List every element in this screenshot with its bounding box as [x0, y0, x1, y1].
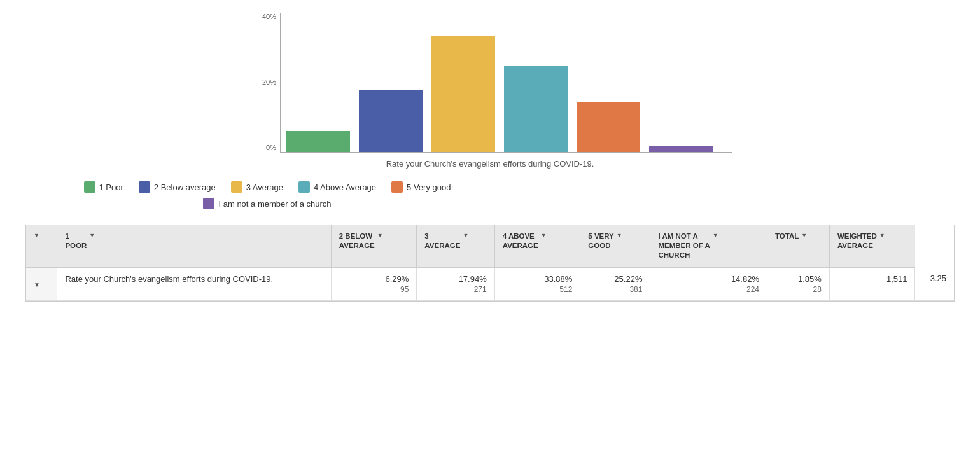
th-total-label: TOTAL [775, 232, 799, 241]
above-cnt: 381 [588, 285, 642, 294]
bar-below-avg-rect [359, 90, 423, 153]
chart-title: Rate your Church's evangelism efforts du… [386, 159, 594, 169]
th-not-member-label: I AM NOT AMEMBER OF ACHURCH [658, 232, 710, 260]
td-not-member: 1.85% 28 [767, 267, 829, 301]
bar-poor [286, 131, 350, 153]
td-poor: 6.29% 95 [331, 267, 417, 301]
data-table: ▼ 1POOR ▼ 2 BELOWAVERAGE ▼ [25, 225, 955, 302]
th-below-avg[interactable]: 2 BELOWAVERAGE ▼ [331, 225, 417, 267]
total-val: 1,511 [886, 274, 907, 284]
th-very-good-label: 5 VERYGOOD [588, 232, 613, 251]
avg-cnt: 512 [503, 285, 573, 294]
th-average[interactable]: 3AVERAGE ▼ [417, 225, 494, 267]
td-row-label: Rate your Church's evangelism efforts du… [57, 267, 331, 301]
avg-pct: 33.88% [503, 274, 573, 284]
not-pct: 1.85% [775, 274, 822, 284]
poor-cnt: 95 [339, 285, 409, 294]
th-below-avg-label: 2 BELOWAVERAGE [339, 232, 375, 251]
legend-label-poor: 1 Poor [99, 183, 123, 192]
bar-very-good [577, 102, 640, 153]
td-total: 1,511 [829, 267, 915, 301]
legend-label-average: 3 Average [246, 183, 283, 192]
x-axis-line [280, 152, 732, 153]
th-weighted[interactable]: WEIGHTEDAVERAGE ▼ [829, 225, 915, 267]
legend-item-average: 3 Average [231, 181, 283, 193]
td-weighted: 3.25 [915, 267, 954, 301]
legend-label-below-avg: 2 Below average [154, 183, 216, 192]
legend-item-very-good: 5 Very good [391, 181, 451, 193]
very-cnt: 224 [658, 285, 759, 294]
below-pct: 17.94% [424, 274, 486, 284]
very-pct: 14.82% [658, 274, 759, 284]
table-header-row: ▼ 1POOR ▼ 2 BELOWAVERAGE ▼ [26, 225, 954, 267]
bar-poor-rect [286, 131, 350, 153]
sort-icon-below-avg: ▼ [377, 232, 383, 240]
legend-item-not-member: I am not a member of a church [203, 198, 331, 209]
td-below-avg: 17.94% 271 [417, 267, 494, 301]
y-axis: 40% 20% 0% [248, 13, 280, 153]
weighted-val: 3.25 [930, 274, 946, 283]
th-above-avg-label: 4 ABOVEAVERAGE [503, 232, 538, 251]
legend-swatch-average [231, 181, 242, 193]
td-average: 33.88% 512 [494, 267, 580, 301]
bar-average-rect [431, 36, 495, 153]
table-row: ▼ Rate your Church's evangelism efforts … [26, 267, 954, 301]
legend-swatch-very-good [391, 181, 403, 193]
sort-icon-above-avg: ▼ [541, 232, 547, 240]
legend-item-below-avg: 2 Below average [139, 181, 216, 193]
th-above-avg[interactable]: 4 ABOVEAVERAGE ▼ [494, 225, 580, 267]
legend: 1 Poor 2 Below average 3 Average 4 Above… [25, 181, 509, 209]
td-very-good: 14.82% 224 [650, 267, 767, 301]
sort-icon-very-good: ▼ [617, 232, 622, 240]
bar-above-avg-rect [504, 66, 568, 153]
legend-swatch-above-avg [298, 181, 310, 193]
th-poor[interactable]: 1POOR ▼ [57, 225, 331, 267]
th-weighted-label: WEIGHTEDAVERAGE [837, 232, 877, 251]
sort-icon-not-member: ▼ [713, 232, 718, 240]
sort-icon-weighted: ▼ [879, 232, 885, 240]
legend-item-above-avg: 4 Above Average [298, 181, 376, 193]
th-average-label: 3AVERAGE [424, 232, 460, 251]
below-cnt: 271 [424, 285, 486, 294]
expand-icon[interactable]: ▼ [34, 281, 40, 288]
above-pct: 25.22% [588, 274, 642, 284]
y-label-40: 40% [262, 13, 276, 20]
legend-label-above-avg: 4 Above Average [314, 183, 376, 192]
bar-above-avg [504, 66, 568, 153]
legend-swatch-poor [84, 181, 95, 193]
th-very-good[interactable]: 5 VERYGOOD ▼ [580, 225, 650, 267]
chart-container: 40% 20% 0% [25, 13, 955, 169]
legend-label-not-member: I am not a member of a church [218, 199, 331, 209]
th-total[interactable]: TOTAL ▼ [767, 225, 829, 267]
row-label-text: Rate your Church's evangelism efforts du… [65, 274, 273, 284]
y-label-20: 20% [262, 78, 276, 86]
bar-below-avg [359, 90, 423, 153]
legend-label-very-good: 5 Very good [407, 183, 451, 192]
sort-icon-average: ▼ [463, 232, 468, 240]
not-cnt: 28 [775, 285, 822, 294]
sort-icon-main: ▼ [34, 232, 39, 240]
y-axis-line [280, 13, 281, 153]
td-expand[interactable]: ▼ [26, 267, 57, 301]
th-not-member[interactable]: I AM NOT AMEMBER OF ACHURCH ▼ [650, 225, 767, 267]
sort-icon-poor: ▼ [89, 232, 95, 240]
th-poor-label: 1POOR [65, 232, 87, 251]
y-label-0: 0% [266, 144, 276, 151]
poor-pct: 6.29% [339, 274, 409, 284]
td-above-avg: 25.22% 381 [580, 267, 650, 301]
th-sort-main[interactable]: ▼ [26, 225, 57, 267]
legend-item-poor: 1 Poor [84, 181, 123, 193]
legend-swatch-not-member [203, 198, 214, 209]
bar-average [431, 36, 495, 153]
bar-very-good-rect [577, 102, 640, 153]
sort-icon-total: ▼ [801, 232, 807, 240]
legend-swatch-below-avg [139, 181, 150, 193]
